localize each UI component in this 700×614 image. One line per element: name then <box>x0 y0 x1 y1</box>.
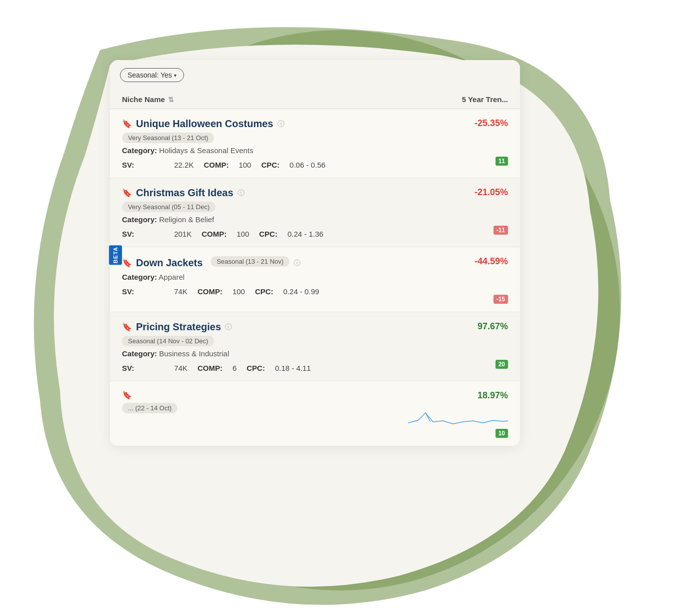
metrics-row-christmas-gift-ideas: SV: 201K COMP: 100 CPC: 0.24 - 1.36 <box>122 229 395 239</box>
category-label: Category: <box>122 349 157 358</box>
sv-sparkline-down-jackets <box>145 286 163 296</box>
cpc-label: CPC: <box>255 287 274 296</box>
bookmark-icon-unique-halloween-costumes[interactable]: 🔖 <box>122 119 132 129</box>
category-row-unique-halloween-costumes: Category: Holidays & Seasonal Events <box>122 146 395 155</box>
info-icon-down-jackets[interactable]: ⓘ <box>294 259 300 268</box>
trend-badge-pricing-strategies: 20 <box>496 360 508 369</box>
sv-sparkline-pricing-strategies <box>145 363 163 373</box>
niche-left-unique-halloween-costumes: 🔖 Unique Halloween Costumes ⓘ Very Seaso… <box>122 118 395 170</box>
partial-niche-row: 🔖 ... (22 - 14 Oct) 18.97% 10 <box>110 381 520 446</box>
category-row-pricing-strategies: Category: Business & Industrial <box>122 349 395 358</box>
niche-name-down-jackets[interactable]: Down Jackets <box>136 257 202 269</box>
sv-label: SV: <box>122 364 134 372</box>
comp-value-down-jackets: 100 <box>232 287 245 296</box>
category-label: Category: <box>122 273 157 281</box>
sv-sparkline-christmas-gift-ideas <box>145 229 163 239</box>
trend-chart-unique-halloween-costumes <box>408 131 508 155</box>
beta-label: BETA <box>109 245 122 265</box>
cpc-label: CPC: <box>246 364 265 372</box>
comp-label: COMP: <box>198 287 222 296</box>
trend-pct-unique-halloween-costumes: -25.35% <box>474 118 508 129</box>
main-content-card: Seasonal: Yes ▾ Niche Name ⇅ 5 Year Tren… <box>110 60 520 446</box>
category-row-down-jackets: Category: Apparel <box>122 273 395 281</box>
metrics-row-pricing-strategies: SV: 74K COMP: 6 CPC: 0.18 - 4.11 <box>122 363 395 373</box>
niche-left-christmas-gift-ideas: 🔖 Christmas Gift Ideas ⓘ Very Seasonal (… <box>122 187 395 239</box>
trend-pct-pricing-strategies: 97.67% <box>478 321 508 332</box>
sv-label: SV: <box>122 161 134 169</box>
table-header: Niche Name ⇅ 5 Year Tren... <box>110 90 520 109</box>
info-icon-christmas-gift-ideas[interactable]: ⓘ <box>238 189 244 198</box>
niche-left-pricing-strategies: 🔖 Pricing Strategies ⓘ Seasonal (14 Nov … <box>122 321 395 373</box>
cpc-value-pricing-strategies: 0.18 - 4.11 <box>275 364 311 372</box>
comp-value-unique-halloween-costumes: 100 <box>238 161 251 169</box>
trend-pct-christmas-gift-ideas: -21.05% <box>474 187 508 198</box>
comp-label: COMP: <box>204 161 228 169</box>
category-value-christmas-gift-ideas: Religion & Belief <box>159 215 214 224</box>
trend-badge-down-jackets: -15 <box>494 295 508 304</box>
niche-left-down-jackets: 🔖 Down Jackets Seasonal (13 - 21 Nov) ⓘ … <box>122 256 395 296</box>
category-label: Category: <box>122 146 157 155</box>
partial-trend-badge: 10 <box>496 429 508 438</box>
comp-value-pricing-strategies: 6 <box>232 364 236 372</box>
sv-value-down-jackets: 74K <box>174 287 188 296</box>
trend-pct-down-jackets: -44.59% <box>474 256 508 267</box>
metrics-row-unique-halloween-costumes: SV: 22.2K COMP: 100 CPC: 0.06 - 0.56 <box>122 160 395 170</box>
bookmark-icon-pricing-strategies[interactable]: 🔖 <box>122 322 132 332</box>
niche-name-unique-halloween-costumes[interactable]: Unique Halloween Costumes <box>136 118 274 130</box>
niche-right-unique-halloween-costumes: -25.35% 11 <box>403 118 508 166</box>
partial-trend-chart <box>408 403 508 427</box>
category-value-unique-halloween-costumes: Holidays & Seasonal Events <box>159 146 253 155</box>
cpc-value-unique-halloween-costumes: 0.06 - 0.56 <box>290 161 326 169</box>
cpc-label: CPC: <box>261 161 280 169</box>
sv-sparkline-unique-halloween-costumes <box>145 160 163 170</box>
cpc-value-christmas-gift-ideas: 0.24 - 1.36 <box>288 230 324 238</box>
comp-value-christmas-gift-ideas: 100 <box>236 230 249 238</box>
niche-rows-container: 🔖 Unique Halloween Costumes ⓘ Very Seaso… <box>110 109 520 381</box>
trend-chart-pricing-strategies <box>408 334 508 358</box>
info-icon-pricing-strategies[interactable]: ⓘ <box>225 323 232 332</box>
inline-seasonal-badge: Seasonal (13 - 21 Nov) <box>210 256 290 267</box>
sv-value-pricing-strategies: 74K <box>174 364 188 372</box>
category-label: Category: <box>122 215 157 224</box>
niche-row-christmas-gift-ideas: 🔖 Christmas Gift Ideas ⓘ Very Seasonal (… <box>110 178 520 247</box>
category-value-down-jackets: Apparel <box>158 273 184 281</box>
info-icon-unique-halloween-costumes[interactable]: ⓘ <box>278 120 284 129</box>
partial-niche-right: 18.97% 10 <box>403 390 508 438</box>
seasonal-filter-button[interactable]: Seasonal: Yes ▾ <box>120 68 184 82</box>
filter-bar: Seasonal: Yes ▾ <box>110 60 520 90</box>
seasonal-badge-christmas-gift-ideas: Very Seasonal (05 - 11 Dec) <box>122 202 216 212</box>
metrics-row-down-jackets: SV: 74K COMP: 100 CPC: 0.24 - 0.99 <box>122 286 395 296</box>
comp-label: COMP: <box>202 230 226 238</box>
sv-value-unique-halloween-costumes: 22.2K <box>174 161 194 169</box>
col-niche-header: Niche Name ⇅ <box>122 95 174 104</box>
niche-row-unique-halloween-costumes: 🔖 Unique Halloween Costumes ⓘ Very Seaso… <box>110 109 520 178</box>
bookmark-icon-christmas-gift-ideas[interactable]: 🔖 <box>122 188 132 198</box>
comp-label: COMP: <box>198 364 222 372</box>
category-value-pricing-strategies: Business & Industrial <box>159 349 229 358</box>
seasonal-filter-label: Seasonal: Yes <box>128 71 172 79</box>
cpc-value-down-jackets: 0.24 - 0.99 <box>284 287 320 296</box>
sv-value-christmas-gift-ideas: 201K <box>174 230 192 238</box>
niche-row-down-jackets: 🔖 Down Jackets Seasonal (13 - 21 Nov) ⓘ … <box>110 247 520 312</box>
niche-name-christmas-gift-ideas[interactable]: Christmas Gift Ideas <box>136 187 234 199</box>
niche-name-pricing-strategies[interactable]: Pricing Strategies <box>136 321 221 333</box>
trend-chart-down-jackets <box>408 269 508 293</box>
trend-badge-christmas-gift-ideas: -11 <box>494 226 508 235</box>
partial-seasonal-badge: ... (22 - 14 Oct) <box>122 403 178 413</box>
bookmark-icon-down-jackets[interactable]: 🔖 <box>122 258 132 268</box>
bookmark-icon[interactable]: 🔖 <box>122 390 132 400</box>
sort-icon[interactable]: ⇅ <box>168 96 174 104</box>
seasonal-badge-unique-halloween-costumes: Very Seasonal (13 - 21 Oct) <box>122 133 214 143</box>
niche-right-down-jackets: -44.59% -15 <box>403 256 508 304</box>
seasonal-badge-pricing-strategies: Seasonal (14 Nov - 02 Dec) <box>122 336 214 346</box>
col-trend-header: 5 Year Tren... <box>408 95 508 104</box>
trend-badge-unique-halloween-costumes: 11 <box>496 157 508 166</box>
niche-right-pricing-strategies: 97.67% 20 <box>403 321 508 369</box>
niche-right-christmas-gift-ideas: -21.05% -11 <box>403 187 508 235</box>
chevron-down-icon: ▾ <box>174 73 176 78</box>
partial-trend-pct: 18.97% <box>478 390 508 401</box>
trend-chart-christmas-gift-ideas <box>408 200 508 224</box>
category-row-christmas-gift-ideas: Category: Religion & Belief <box>122 215 395 224</box>
sv-label: SV: <box>122 230 134 238</box>
niche-row-pricing-strategies: 🔖 Pricing Strategies ⓘ Seasonal (14 Nov … <box>110 312 520 381</box>
